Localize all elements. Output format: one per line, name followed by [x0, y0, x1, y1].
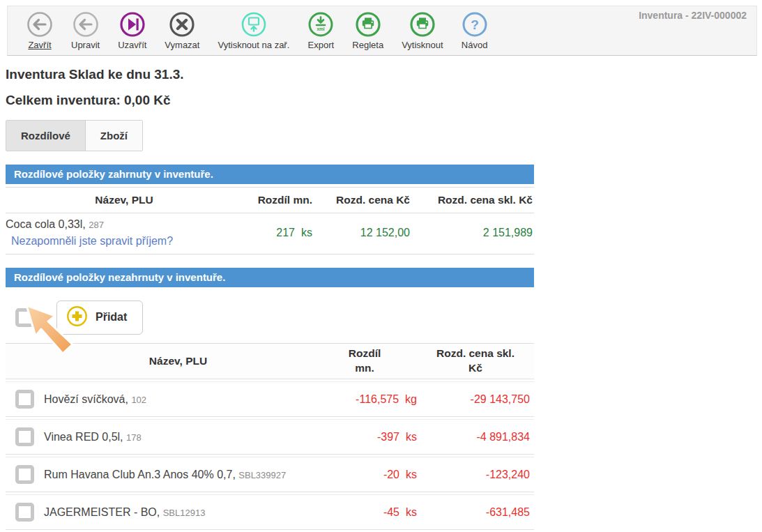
- item-code: 287: [89, 220, 104, 230]
- toolbar-button-print-to-device[interactable]: Vytisknout na zař.: [208, 11, 298, 50]
- fix-receipt-link[interactable]: Nezapomněli jste spravit příjem?: [6, 235, 173, 248]
- toolbar-button-edit[interactable]: Upravit: [62, 11, 109, 50]
- included-section-header: Rozdílové položky zahrnuty v inventuře.: [6, 165, 534, 184]
- item-name: Hovězí svíčková,: [44, 393, 128, 405]
- column-header-qty: Rozdíl mn.: [343, 347, 386, 376]
- table-row[interactable]: Hovězí svíčková, 102 -116,575 kg -29 143…: [6, 381, 534, 417]
- add-button-label: Přidat: [96, 311, 127, 324]
- item-name: Rum Havana Club An.3 Anos 40% 0,7,: [44, 469, 236, 480]
- toolbar: Zavřít Upravit Uzavřít Vymazat Vytisknou…: [7, 6, 757, 56]
- toolbar-button-close[interactable]: Zavřít: [17, 11, 62, 50]
- item-name: Vinea RED 0,5l,: [44, 431, 123, 443]
- column-header-qty: Rozdíl mn.: [243, 194, 312, 206]
- add-row: Přidat: [6, 300, 534, 335]
- toolbar-label: Vytisknout: [402, 40, 443, 50]
- item-stock-price: -4 891,834: [417, 431, 534, 443]
- main-content: Inventura Sklad ke dnu 31.3. Celkem inve…: [6, 67, 534, 530]
- excluded-section-header: Rozdílové položky nezahrnuty v inventuře…: [6, 268, 534, 287]
- page-title: Inventura Sklad ke dnu 31.3.: [6, 67, 534, 82]
- column-header-name: Název, PLU: [44, 355, 312, 367]
- item-stock-price: 2 151,989: [410, 227, 534, 239]
- item-code: SBL339927: [238, 470, 286, 480]
- cross-icon: [169, 11, 195, 38]
- item-qty: -116,575: [356, 393, 399, 406]
- toolbar-label: Regleta: [352, 40, 383, 50]
- svg-text:xml: xml: [317, 26, 325, 31]
- back-arrow-icon: [26, 11, 53, 38]
- row-checkbox[interactable]: [15, 503, 34, 522]
- skip-end-icon: [119, 11, 146, 38]
- item-name: JAGERMEISTER - BO,: [44, 506, 160, 518]
- inventory-total: Celkem inventura: 0,00 Kč: [6, 93, 534, 108]
- item-name: Coca cola 0,33l,: [6, 218, 86, 230]
- toolbar-label: Návod: [462, 40, 488, 50]
- toolbar-label: Uzavřít: [118, 40, 146, 50]
- item-qty: -45: [383, 506, 399, 519]
- toolbar-label: Vymazat: [165, 40, 199, 50]
- download-xml-icon: xml: [307, 11, 334, 38]
- toolbar-label: Vytisknout na zař.: [218, 40, 289, 50]
- plus-icon: [66, 305, 88, 330]
- table-row[interactable]: Vinea RED 0,5l, 178 -397 ks -4 891,834: [6, 419, 534, 455]
- tab-bar: Rozdílové Zboží: [6, 120, 143, 151]
- item-stock-price: -123,240: [417, 469, 534, 481]
- svg-text:?: ?: [471, 17, 479, 32]
- table-row[interactable]: Rum Havana Club An.3 Anos 40% 0,7, SBL33…: [6, 457, 534, 492]
- toolbar-button-finalize[interactable]: Uzavřít: [109, 11, 155, 50]
- back-arrow-icon: [73, 11, 99, 38]
- help-icon: ?: [462, 11, 488, 38]
- row-checkbox[interactable]: [15, 465, 34, 484]
- select-all-checkbox[interactable]: [15, 308, 34, 327]
- item-unit: kg: [405, 393, 417, 406]
- table-row[interactable]: JAGERMEISTER - BO, SBL12913 -45 ks -631,…: [6, 494, 534, 530]
- toolbar-button-print[interactable]: Vytisknout: [393, 11, 452, 50]
- row-checkbox[interactable]: [15, 390, 34, 409]
- window-title: Inventura - 22IV-000002: [639, 10, 747, 21]
- toolbar-label: Zavřít: [28, 40, 51, 50]
- device-print-icon: [241, 11, 267, 38]
- included-table-header: Název, PLU Rozdíl mn. Rozd. cena Kč Rozd…: [6, 187, 534, 213]
- item-qty: -20: [383, 469, 399, 481]
- item-stock-price: -631,485: [417, 506, 534, 519]
- toolbar-button-regleta[interactable]: Regleta: [343, 11, 393, 50]
- item-stock-price: -29 143,750: [417, 393, 534, 406]
- item-code: 102: [131, 395, 146, 405]
- column-header-name: Název, PLU: [6, 194, 243, 206]
- item-unit: ks: [406, 506, 417, 519]
- printer-icon: [355, 11, 381, 38]
- column-header-price: Rozd. cena Kč: [312, 194, 410, 206]
- column-header-stock: Rozd. cena skl. Kč: [433, 347, 518, 376]
- item-unit: ks: [301, 227, 312, 239]
- item-unit: ks: [406, 431, 417, 443]
- item-code: 178: [126, 432, 142, 443]
- printer-icon: [409, 11, 436, 38]
- item-code: SBL12913: [163, 508, 206, 518]
- table-row: Coca cola 0,33l, 287 Nezapomněli jste sp…: [6, 213, 534, 254]
- toolbar-label: Export: [308, 40, 335, 50]
- toolbar-label: Upravit: [71, 40, 100, 50]
- item-unit: ks: [406, 469, 417, 481]
- toolbar-button-export[interactable]: xml Export: [298, 11, 343, 50]
- toolbar-button-help[interactable]: ? Návod: [452, 11, 497, 50]
- excluded-table-header: Název, PLU Rozdíl mn. Rozd. cena skl. Kč: [6, 343, 534, 379]
- row-checkbox[interactable]: [15, 427, 34, 446]
- toolbar-button-delete[interactable]: Vymazat: [155, 11, 208, 50]
- item-qty: 217: [276, 227, 295, 239]
- tab-zbozi[interactable]: Zboží: [85, 121, 142, 151]
- column-header-stock: Rozd. cena skl. Kč: [410, 194, 534, 206]
- excluded-section: Rozdílové položky nezahrnuty v inventuře…: [6, 268, 534, 530]
- item-price: 12 152,00: [312, 227, 410, 239]
- tab-rozdilove[interactable]: Rozdílové: [6, 121, 85, 151]
- item-qty: -397: [377, 431, 399, 443]
- add-button[interactable]: Přidat: [56, 301, 143, 335]
